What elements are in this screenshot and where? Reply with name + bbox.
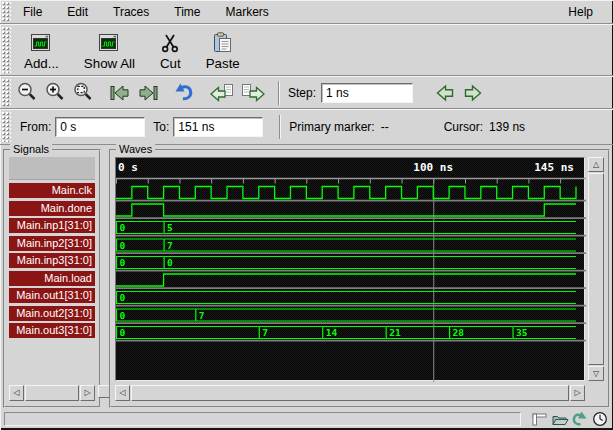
pane-layout-icon[interactable] [530, 411, 549, 428]
signal-row[interactable]: Main.inp1[31:0] [9, 218, 95, 233]
primary-marker-label: Primary marker: [289, 120, 374, 134]
pane-divider [101, 149, 109, 408]
toolbar-separator [278, 81, 280, 105]
scroll-left-arrow-icon[interactable]: ◁ [115, 385, 130, 401]
step-forward-button[interactable] [459, 79, 486, 106]
menu-traces[interactable]: Traces [104, 2, 158, 22]
scroll-right-arrow-icon[interactable]: ▷ [570, 385, 585, 401]
range-bar-separator [279, 115, 281, 139]
to-input[interactable] [173, 117, 263, 137]
cut-button[interactable]: Cut [150, 25, 191, 75]
toolbar-handle[interactable] [2, 79, 11, 106]
cursor-label: Cursor: [444, 120, 483, 134]
signal-row[interactable]: Main.inp2[31:0] [9, 236, 95, 251]
zoom-fit-icon [72, 81, 95, 104]
menu-edit[interactable]: Edit [58, 2, 97, 22]
paste-clipboard-icon [212, 28, 233, 54]
signal-row[interactable]: Main.inp3[31:0] [9, 253, 95, 268]
svg-text:0: 0 [120, 240, 126, 251]
waves-horizontal-scrollbar: ◁ ▷ [115, 385, 585, 401]
svg-text:0: 0 [120, 222, 126, 233]
signal-row[interactable]: Main.done [9, 201, 95, 216]
menu-file[interactable]: File [14, 2, 51, 22]
step-forward-icon [462, 82, 484, 104]
svg-text:28: 28 [453, 327, 465, 338]
scroll-down-arrow-icon[interactable]: ▽ [588, 366, 604, 381]
menu-time[interactable]: Time [165, 2, 209, 22]
menu-markers[interactable]: Markers [217, 2, 278, 22]
cursor-value: 139 ns [489, 120, 525, 134]
shift-view-left-button[interactable] [206, 79, 237, 106]
svg-text:0: 0 [120, 310, 126, 321]
from-input[interactable] [55, 117, 145, 137]
signal-row[interactable]: Main.out1[31:0] [9, 288, 95, 303]
gtkwave-window: File Edit Traces Time Markers Help Add..… [0, 0, 613, 430]
signals-panel: Signals Main.clkMain.doneMain.inp1[31:0]… [3, 149, 101, 408]
svg-text:5: 5 [167, 222, 173, 233]
svg-text:0 s: 0 s [118, 161, 138, 174]
to-label: To: [153, 120, 169, 134]
cut-label: Cut [160, 56, 181, 71]
signal-row[interactable]: Main.out2[31:0] [9, 306, 95, 321]
zoom-out-icon [16, 81, 39, 104]
open-folder-icon[interactable] [550, 411, 569, 428]
svg-text:7: 7 [199, 310, 205, 321]
svg-text:7: 7 [262, 327, 268, 338]
menu-help[interactable]: Help [562, 2, 599, 22]
shift-view-left-icon [208, 82, 235, 104]
zoom-fit-button[interactable] [70, 79, 97, 106]
svg-text:145 ns: 145 ns [534, 161, 574, 174]
waveform-plot: 0 s100 ns145 ns0507000070714212835 [116, 158, 586, 382]
zoom-in-icon [44, 81, 67, 104]
toolbar-handle[interactable] [2, 27, 11, 73]
scroll-left-arrow-icon[interactable]: ◁ [9, 385, 24, 401]
signal-row[interactable]: Main.load [9, 271, 95, 286]
signal-list: Main.clkMain.doneMain.inp1[31:0]Main.inp… [9, 183, 95, 341]
from-label: From: [20, 120, 51, 134]
signal-row[interactable]: Main.clk [9, 183, 95, 198]
waves-panel: Waves 0 s100 ns145 ns0507000070714212835… [109, 149, 610, 408]
shift-view-right-button[interactable] [238, 79, 269, 106]
scrollbar-thumb[interactable] [131, 385, 569, 401]
step-back-button[interactable] [431, 79, 458, 106]
clock-icon[interactable] [590, 411, 609, 428]
add-traces-icon [30, 28, 52, 54]
menubar-handle[interactable] [2, 2, 11, 21]
cut-scissors-icon [160, 28, 180, 54]
status-message [4, 412, 521, 426]
signals-horizontal-scrollbar: ◁ ▷ [9, 385, 95, 401]
redo-arrow-icon[interactable] [570, 411, 589, 428]
go-to-start-button[interactable] [106, 79, 133, 106]
paste-button[interactable]: Paste [196, 25, 250, 75]
signal-row[interactable]: Main.out3[31:0] [9, 323, 95, 338]
scrollbar-thumb[interactable] [25, 385, 79, 401]
scroll-right-arrow-icon[interactable]: ▷ [80, 385, 95, 401]
show-all-label: Show All [84, 56, 135, 71]
signals-timebar [9, 157, 95, 180]
main-toolbar: Add... Show All Cut Paste [0, 24, 613, 76]
primary-marker-value: -- [381, 120, 389, 134]
go-to-start-icon [108, 82, 132, 104]
zoom-in-button[interactable] [42, 79, 69, 106]
show-all-button[interactable]: Show All [74, 25, 145, 75]
undo-button[interactable] [170, 79, 197, 106]
undo-icon [173, 82, 195, 104]
zoom-out-button[interactable] [14, 79, 41, 106]
step-label: Step: [288, 86, 316, 100]
range-bar: From: To: Primary marker: -- Cursor: 139… [0, 109, 613, 145]
svg-text:21: 21 [389, 327, 401, 338]
svg-text:0: 0 [120, 327, 126, 338]
step-input[interactable] [321, 83, 413, 103]
svg-text:35: 35 [516, 327, 528, 338]
add-traces-label: Add... [24, 56, 59, 71]
scroll-up-arrow-icon[interactable]: △ [588, 157, 604, 172]
signals-frame-label: Signals [10, 143, 52, 156]
step-back-icon [434, 82, 456, 104]
toolbar-handle[interactable] [2, 112, 11, 142]
go-to-end-button[interactable] [134, 79, 161, 106]
wave-display[interactable]: 0 s100 ns145 ns0507000070714212835 [115, 157, 585, 381]
svg-text:0: 0 [167, 257, 173, 268]
add-traces-button[interactable]: Add... [14, 25, 69, 75]
scrollbar-thumb[interactable] [588, 173, 604, 365]
svg-text:0: 0 [120, 292, 126, 303]
